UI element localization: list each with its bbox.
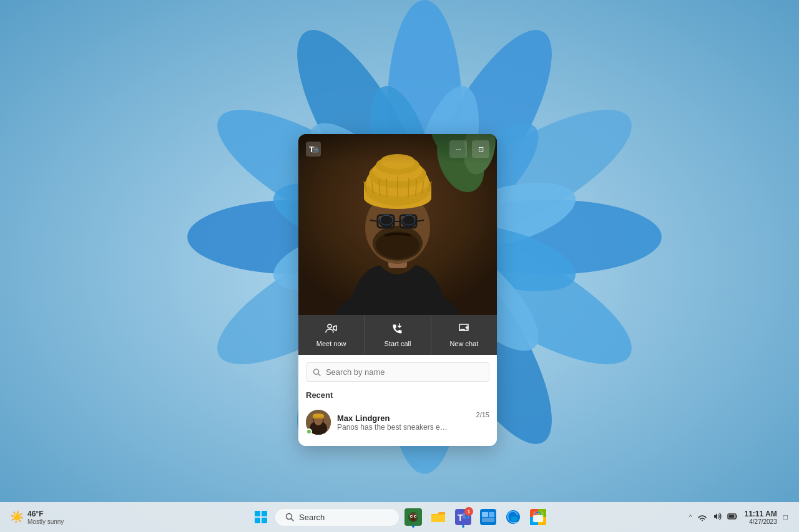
svg-text:📹: 📹 xyxy=(313,147,319,153)
svg-line-58 xyxy=(416,180,416,196)
contact-avatar-wrapper xyxy=(306,410,331,435)
new-chat-label: New chat xyxy=(449,340,478,347)
battery-icon[interactable] xyxy=(726,510,740,525)
app-active-indicator xyxy=(412,525,414,528)
svg-rect-75 xyxy=(262,511,267,516)
clock-date: 4/27/2023 xyxy=(745,518,777,525)
windows-icon xyxy=(254,510,268,524)
taskbar: ☀️ 46°F Mostly sunny Searc xyxy=(0,502,799,532)
network-icon[interactable] xyxy=(696,510,708,525)
svg-rect-74 xyxy=(255,511,260,516)
svg-point-107 xyxy=(702,520,703,521)
taskbar-app-edge[interactable] xyxy=(502,506,524,528)
weather-row: ☀️ 46°F Mostly sunny xyxy=(10,510,64,525)
taskbar-center: Search xyxy=(250,506,549,528)
file-explorer-icon xyxy=(430,509,446,525)
more-options-button[interactable]: ··· xyxy=(449,140,467,158)
contact-date: 2/15 xyxy=(476,411,489,418)
teams-video-header: T 📹 ··· ⊡ xyxy=(298,134,497,164)
svg-point-89 xyxy=(415,516,416,517)
expand-button[interactable]: ⊡ xyxy=(472,140,489,158)
taskbar-app-teams[interactable]: T 👤 1 xyxy=(452,506,474,528)
meet-now-icon xyxy=(325,322,338,337)
taskbar-app-file-manager[interactable] xyxy=(477,506,499,528)
svg-rect-106 xyxy=(533,515,543,522)
search-box[interactable] xyxy=(306,362,489,382)
recent-label: Recent xyxy=(306,390,489,400)
taskbar-search-icon xyxy=(285,513,294,521)
start-button[interactable] xyxy=(250,506,272,528)
notification-button[interactable]: □ xyxy=(782,511,789,523)
teams-logo-icon: T 📹 xyxy=(306,142,321,157)
svg-rect-76 xyxy=(255,518,260,523)
weather-widget[interactable]: ☀️ 46°F Mostly sunny xyxy=(10,510,64,525)
taskbar-app-media-player[interactable] xyxy=(402,506,424,528)
taskbar-app-file-explorer-yellow[interactable] xyxy=(427,506,449,528)
svg-rect-97 xyxy=(489,512,494,517)
svg-rect-109 xyxy=(728,515,734,518)
contact-name: Max Lindgren xyxy=(337,414,470,423)
weather-temp: 46°F xyxy=(27,510,64,518)
svg-point-65 xyxy=(328,324,331,328)
svg-text:T: T xyxy=(458,513,463,523)
svg-rect-94 xyxy=(480,509,496,525)
search-icon xyxy=(313,368,321,377)
svg-rect-77 xyxy=(262,518,267,523)
media-player-icon xyxy=(404,508,422,526)
svg-rect-110 xyxy=(736,515,737,517)
svg-rect-95 xyxy=(482,512,488,517)
svg-line-55 xyxy=(386,178,387,197)
svg-line-57 xyxy=(408,178,409,197)
header-right-icons: ··· ⊡ xyxy=(449,140,489,158)
new-chat-icon xyxy=(458,322,470,337)
taskbar-left: ☀️ 46°F Mostly sunny xyxy=(10,510,64,525)
start-call-icon xyxy=(391,322,404,337)
new-chat-button[interactable]: New chat xyxy=(431,315,497,355)
meet-now-button[interactable]: Meet now xyxy=(298,315,365,355)
svg-point-88 xyxy=(411,516,413,517)
online-status-dot xyxy=(306,428,312,435)
teams-badge: 1 xyxy=(464,507,473,516)
weather-description: Mostly sunny xyxy=(27,518,64,525)
system-tray-icons: ^ xyxy=(688,510,740,525)
volume-icon[interactable] xyxy=(711,510,723,525)
system-clock[interactable]: 11:11 AM 4/27/2023 xyxy=(745,510,777,525)
contact-info: Max Lindgren Panos has the best sneakers… xyxy=(337,414,470,432)
start-call-label: Start call xyxy=(385,340,411,347)
file-manager-icon xyxy=(480,509,496,525)
weather-info: 46°F Mostly sunny xyxy=(27,510,64,525)
svg-line-79 xyxy=(292,519,294,521)
teams-video-area: T 📹 ··· ⊡ xyxy=(298,134,497,315)
contact-message: Panos has the best sneakers ever! xyxy=(337,423,449,432)
search-input[interactable] xyxy=(326,367,483,377)
svg-rect-96 xyxy=(482,518,494,522)
tray-chevron[interactable]: ^ xyxy=(688,513,694,522)
store-icon xyxy=(530,509,546,525)
clock-time: 11:11 AM xyxy=(745,510,777,518)
svg-point-34 xyxy=(376,231,419,259)
svg-point-99 xyxy=(511,516,518,521)
meet-now-label: Meet now xyxy=(316,340,346,347)
svg-point-73 xyxy=(313,414,324,417)
app-active-indicator xyxy=(462,525,464,528)
teams-popup: T 📹 ··· ⊡ xyxy=(298,134,497,446)
teams-contacts-area: Recent Max Lindgren xyxy=(298,355,497,446)
taskbar-search-text: Search xyxy=(299,513,325,522)
taskbar-app-store[interactable] xyxy=(527,506,549,528)
svg-line-67 xyxy=(318,374,320,375)
edge-icon xyxy=(505,509,521,525)
weather-icon: ☀️ xyxy=(10,510,24,524)
teams-action-bar: Meet now Start call New chat xyxy=(298,315,497,355)
taskbar-right: ^ xyxy=(688,510,789,525)
taskbar-search[interactable]: Search xyxy=(275,508,400,526)
start-call-button[interactable]: Start call xyxy=(365,315,431,355)
contact-item[interactable]: Max Lindgren Panos has the best sneakers… xyxy=(306,406,489,438)
